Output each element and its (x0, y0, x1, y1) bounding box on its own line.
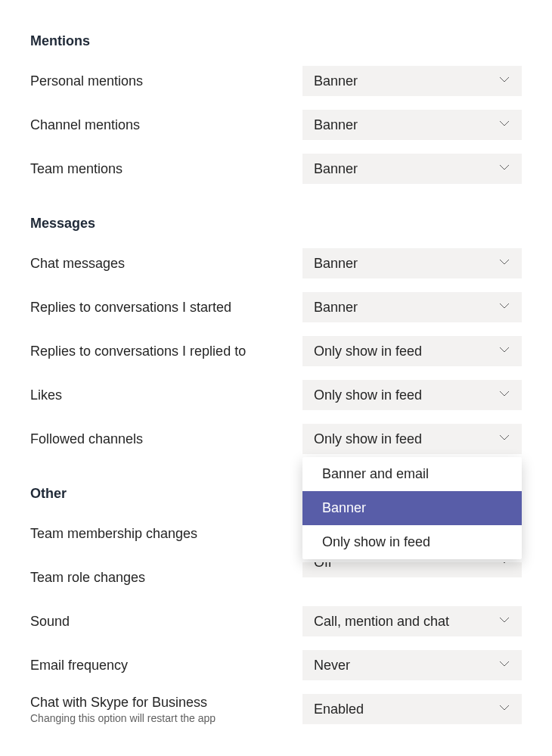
dropdown-value: Banner (314, 117, 358, 133)
setting-label: Team mentions (30, 161, 302, 177)
dropdown-value: Only show in feed (314, 344, 422, 359)
chevron-down-icon (498, 73, 510, 89)
dropdown-value: Only show in feed (314, 387, 422, 403)
setting-label: Followed channels (30, 431, 302, 447)
dropdown-value: Banner (314, 161, 358, 177)
chevron-down-icon (498, 702, 510, 717)
setting-row-skype: Chat with Skype for Business Changing th… (30, 694, 522, 724)
dropdown-value: Banner (314, 73, 358, 89)
dropdown-sound[interactable]: Call, mention and chat (302, 606, 522, 636)
dropdown-personal-mentions[interactable]: Banner (302, 66, 522, 96)
setting-row-team-role: Team role changes Off (30, 562, 522, 593)
dropdown-skype[interactable]: Enabled (302, 694, 522, 724)
dropdown-value: Only show in feed (314, 431, 422, 447)
dropdown-likes[interactable]: Only show in feed (302, 380, 522, 410)
setting-label: Chat messages (30, 256, 302, 272)
dropdown-followed-channels[interactable]: Only show in feed (302, 424, 522, 454)
setting-row-sound: Sound Call, mention and chat (30, 606, 522, 636)
dropdown-value: Banner (314, 256, 358, 272)
chevron-down-icon (498, 300, 510, 316)
setting-row-replies-replied: Replies to conversations I replied to On… (30, 336, 522, 366)
setting-row-followed-channels: Followed channels Only show in feed Bann… (30, 424, 522, 454)
dropdown-team-mentions[interactable]: Banner (302, 154, 522, 184)
dropdown-replies-started[interactable]: Banner (302, 292, 522, 322)
setting-sublabel: Changing this option will restart the ap… (30, 712, 302, 724)
setting-label: Sound (30, 614, 302, 630)
setting-row-channel-mentions: Channel mentions Banner (30, 110, 522, 140)
dropdown-chat-messages[interactable]: Banner (302, 248, 522, 278)
dropdown-option-only-show-in-feed[interactable]: Only show in feed (302, 525, 522, 559)
chevron-down-icon (498, 161, 510, 177)
dropdown-replies-replied[interactable]: Only show in feed (302, 336, 522, 366)
dropdown-option-banner-and-email[interactable]: Banner and email (302, 457, 522, 491)
chevron-down-icon (498, 431, 510, 447)
dropdown-email-frequency[interactable]: Never (302, 650, 522, 680)
dropdown-value: Enabled (314, 702, 364, 717)
setting-label: Email frequency (30, 658, 302, 674)
dropdown-channel-mentions[interactable]: Banner (302, 110, 522, 140)
setting-row-replies-started: Replies to conversations I started Banne… (30, 292, 522, 322)
setting-row-team-mentions: Team mentions Banner (30, 154, 522, 184)
dropdown-value: Call, mention and chat (314, 614, 449, 630)
setting-label: Personal mentions (30, 73, 302, 89)
setting-label: Replies to conversations I started (30, 300, 302, 316)
section-heading-mentions: Mentions (30, 33, 522, 49)
setting-label: Chat with Skype for Business (30, 695, 302, 711)
dropdown-value: Never (314, 658, 350, 674)
setting-label: Team role changes (30, 570, 302, 586)
section-heading-messages: Messages (30, 216, 522, 232)
chevron-down-icon (498, 614, 510, 630)
dropdown-option-banner[interactable]: Banner (302, 491, 522, 525)
chevron-down-icon (498, 344, 510, 359)
setting-label: Likes (30, 387, 302, 403)
setting-row-likes: Likes Only show in feed (30, 380, 522, 410)
dropdown-menu-followed-channels: Banner and email Banner Only show in fee… (302, 457, 522, 559)
setting-row-email-frequency: Email frequency Never (30, 650, 522, 680)
chevron-down-icon (498, 117, 510, 133)
setting-row-chat-messages: Chat messages Banner (30, 248, 522, 278)
chevron-down-icon (498, 658, 510, 674)
chevron-down-icon (498, 256, 510, 272)
setting-label: Replies to conversations I replied to (30, 344, 302, 359)
setting-label: Channel mentions (30, 117, 302, 133)
dropdown-value: Banner (314, 300, 358, 316)
chevron-down-icon (498, 387, 510, 403)
setting-label: Team membership changes (30, 526, 302, 542)
setting-row-personal-mentions: Personal mentions Banner (30, 66, 522, 96)
